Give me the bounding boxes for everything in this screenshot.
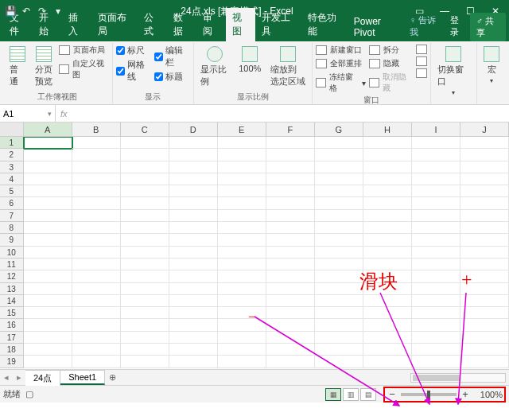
cell[interactable] — [363, 173, 412, 185]
cell[interactable] — [315, 149, 363, 161]
col-header[interactable]: I — [412, 122, 460, 136]
recorder-icon[interactable]: ▢ — [25, 389, 33, 399]
cell[interactable] — [169, 197, 218, 209]
cell[interactable] — [460, 197, 509, 209]
zoom-button[interactable]: 显示比例 — [197, 45, 232, 89]
cell[interactable] — [315, 259, 363, 270]
cell[interactable] — [363, 137, 412, 149]
cell[interactable] — [218, 222, 266, 234]
cell[interactable] — [412, 332, 460, 344]
cell[interactable] — [460, 222, 509, 234]
add-sheet-button[interactable]: ⊕ — [105, 372, 119, 383]
cell[interactable] — [412, 307, 460, 319]
cell[interactable] — [121, 234, 169, 246]
cell[interactable] — [266, 234, 315, 246]
cell[interactable] — [363, 185, 412, 197]
row-header[interactable]: 17 — [0, 332, 24, 344]
cell[interactable] — [121, 197, 169, 209]
cell[interactable] — [72, 161, 121, 173]
col-header[interactable]: C — [121, 122, 169, 136]
cell[interactable] — [363, 344, 412, 356]
zoom-selection-button[interactable]: 缩放到 选定区域 — [267, 45, 309, 89]
tab-review[interactable]: 审阅 — [196, 8, 226, 41]
horizontal-scrollbar[interactable] — [410, 373, 506, 383]
cell[interactable] — [266, 319, 315, 331]
cell[interactable] — [121, 185, 169, 197]
cell[interactable] — [460, 173, 509, 185]
cell[interactable] — [24, 259, 72, 270]
cell[interactable] — [169, 137, 218, 149]
cell[interactable] — [266, 173, 315, 185]
cell[interactable] — [315, 161, 363, 173]
cell[interactable] — [218, 270, 266, 282]
cell[interactable] — [460, 356, 509, 368]
ruler-checkbox[interactable]: 标尺 — [116, 45, 151, 56]
cell[interactable] — [72, 270, 121, 282]
col-header[interactable]: A — [24, 122, 72, 136]
tab-special[interactable]: 特色功能 — [301, 8, 348, 41]
cell[interactable] — [169, 332, 218, 344]
cell[interactable] — [363, 210, 412, 222]
row-header[interactable]: 16 — [0, 319, 24, 331]
cell[interactable] — [266, 185, 315, 197]
cell[interactable] — [218, 332, 266, 344]
row-header[interactable]: 8 — [0, 222, 24, 234]
cell[interactable] — [460, 137, 509, 149]
cell[interactable] — [72, 356, 121, 368]
cell[interactable] — [121, 173, 169, 185]
cell[interactable] — [24, 270, 72, 282]
cell[interactable] — [266, 295, 315, 307]
cell[interactable] — [363, 149, 412, 161]
hide-button[interactable]: 隐藏 — [369, 58, 412, 69]
cell[interactable] — [218, 319, 266, 331]
cell[interactable] — [315, 222, 363, 234]
cell[interactable] — [121, 319, 169, 331]
zoom-slider[interactable] — [401, 393, 457, 396]
redo-icon[interactable]: ↷ — [37, 6, 48, 17]
cell[interactable] — [412, 234, 460, 246]
tellme-search[interactable]: ♀ 告诉我 — [405, 11, 445, 41]
cell[interactable] — [169, 210, 218, 222]
cell[interactable] — [315, 344, 363, 356]
row-header[interactable]: 10 — [0, 247, 24, 259]
cell[interactable] — [460, 270, 509, 282]
macros-button[interactable]: 宏▾ — [480, 45, 503, 86]
cell[interactable] — [169, 149, 218, 161]
row-header[interactable]: 1 — [0, 137, 24, 149]
cell[interactable] — [24, 173, 72, 185]
cell[interactable] — [315, 247, 363, 259]
cell[interactable] — [121, 161, 169, 173]
cell[interactable] — [24, 283, 72, 295]
col-header[interactable]: F — [266, 122, 315, 136]
split-button[interactable]: 拆分 — [369, 45, 412, 56]
cell[interactable] — [121, 247, 169, 259]
cell[interactable] — [24, 295, 72, 307]
cell[interactable] — [412, 185, 460, 197]
cell[interactable] — [121, 295, 169, 307]
formulabar-checkbox[interactable]: 编辑栏 — [154, 45, 189, 68]
cell[interactable] — [460, 295, 509, 307]
cell[interactable] — [24, 356, 72, 368]
cell[interactable] — [24, 234, 72, 246]
save-icon[interactable]: 💾 — [5, 6, 16, 17]
cell[interactable] — [121, 344, 169, 356]
cell[interactable] — [72, 247, 121, 259]
cell[interactable] — [363, 234, 412, 246]
sheet-nav-prev[interactable]: ◂ — [0, 372, 13, 383]
cell[interactable] — [412, 222, 460, 234]
zoom-value[interactable]: 100% — [474, 390, 503, 399]
col-header[interactable]: J — [460, 122, 509, 136]
cell[interactable] — [169, 234, 218, 246]
cell[interactable] — [218, 234, 266, 246]
cell[interactable] — [315, 210, 363, 222]
cell[interactable] — [315, 197, 363, 209]
sheet-tab[interactable]: 24点 — [25, 370, 60, 386]
cell[interactable] — [169, 307, 218, 319]
cell[interactable] — [218, 137, 266, 149]
cell[interactable] — [218, 247, 266, 259]
undo-icon[interactable]: ↶ — [21, 6, 32, 17]
cell[interactable] — [315, 234, 363, 246]
resetpos-button[interactable] — [416, 68, 427, 78]
cell[interactable] — [412, 247, 460, 259]
qat-more-icon[interactable]: ▾ — [52, 6, 64, 17]
